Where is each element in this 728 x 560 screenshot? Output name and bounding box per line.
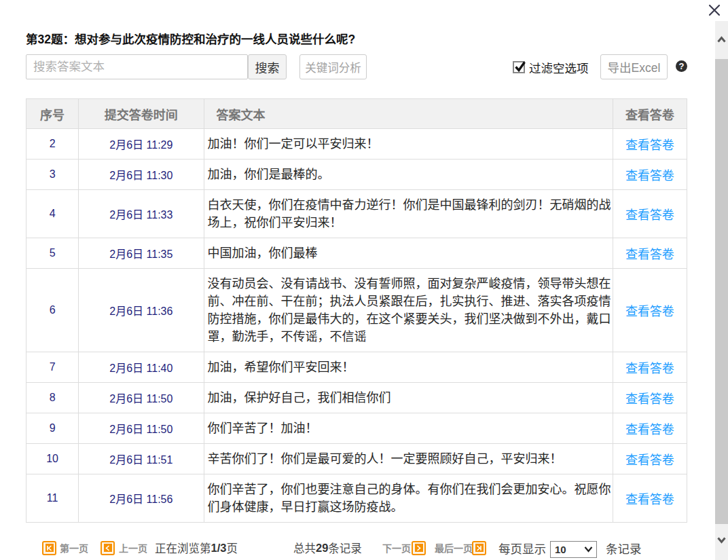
question-title: 第32题：想对参与此次疫情防控和治疗的一线人员说些什么呢? (26, 30, 355, 47)
help-icon[interactable]: ? (676, 60, 687, 72)
row-answer-text: 加油，保护好自己，我们相信你们 (204, 383, 613, 413)
per-page-suffix: 条记录 (606, 538, 642, 558)
table-row: 7 2月6日 11:40 加油，希望你们平安回来！ 查看答卷 (26, 352, 687, 383)
toolbar: 搜索 关键词分析 过滤空选项 导出Excel ? (26, 54, 687, 79)
next-page-icon[interactable] (412, 538, 426, 558)
row-submit-time: 2月6日 11:30 (79, 160, 204, 190)
table-row: 11 2月6日 11:56 你们辛苦了，你们也要注意自己的身体。有你们在我们会更… (26, 474, 687, 523)
row-answer-text: 加油，你们是最棒的。 (204, 160, 613, 190)
row-submit-time: 2月6日 11:29 (79, 129, 204, 160)
table-row: 8 2月6日 11:50 加油，保护好自己，我们相信你们 查看答卷 (26, 383, 687, 413)
view-answer-link[interactable]: 查看答卷 (625, 362, 674, 375)
per-page-label: 每页显示 (498, 538, 546, 558)
table-row: 5 2月6日 11:35 中国加油，你们最棒 查看答卷 (26, 238, 687, 269)
prev-page-icon[interactable] (101, 538, 115, 558)
view-answer-link[interactable]: 查看答卷 (625, 453, 674, 467)
row-submit-time: 2月6日 11:36 (79, 269, 204, 352)
pagination-bar: 第一页 上一页 正在浏览第1/3页 总共29条记录 下一页 最后一页 每页显示 … (0, 538, 728, 558)
row-answer-text: 你们辛苦了，你们也要注意自己的身体。有你们在我们会更加安心。祝愿你们身体健康，早… (204, 474, 613, 523)
total-records: 总共29条记录 (293, 538, 362, 558)
filter-empty-label: 过滤空选项 (529, 59, 589, 76)
scrollbar-down-icon[interactable] (715, 535, 728, 544)
row-number: 8 (26, 383, 79, 413)
vertical-scrollbar[interactable] (715, 21, 728, 560)
view-answer-link[interactable]: 查看答卷 (625, 305, 674, 318)
row-number: 6 (26, 269, 79, 352)
view-answer-link[interactable]: 查看答卷 (625, 392, 674, 406)
row-number: 4 (26, 190, 79, 238)
row-number: 10 (26, 444, 79, 474)
table-row: 10 2月6日 11:51 辛苦你们了！你们是最可爱的人！一定要照顾好自己，平安… (26, 444, 687, 474)
row-answer-text: 加油，希望你们平安回来！ (204, 352, 613, 383)
close-icon[interactable] (708, 3, 721, 17)
row-number: 3 (26, 160, 79, 190)
table-row: 2 2月6日 11:29 加油！你们一定可以平安归来！ 查看答卷 (26, 129, 687, 160)
row-submit-time: 2月6日 11:51 (79, 444, 204, 474)
keyword-analysis-button[interactable]: 关键词分析 (299, 54, 367, 79)
row-number: 2 (26, 129, 79, 160)
checkbox-checked-icon[interactable] (513, 61, 525, 73)
row-answer-text: 加油！你们一定可以平安归来！ (204, 129, 613, 160)
first-page-button[interactable]: 第一页 (60, 538, 88, 558)
row-number: 5 (26, 238, 79, 269)
row-submit-time: 2月6日 11:56 (79, 474, 204, 523)
row-answer-text: 你们辛苦了！加油！ (204, 413, 613, 444)
search-button[interactable]: 搜索 (248, 54, 287, 79)
view-answer-link[interactable]: 查看答卷 (625, 493, 674, 506)
answers-modal: 第32题：想对参与此次疫情防控和治疗的一线人员说些什么呢? 搜索 关键词分析 过… (0, 0, 728, 560)
row-submit-time: 2月6日 11:35 (79, 238, 204, 269)
column-header-answer: 答案文本 (204, 99, 613, 129)
row-answer-text: 辛苦你们了！你们是最可爱的人！一定要照顾好自己，平安归来！ (204, 444, 613, 474)
table-row: 4 2月6日 11:33 白衣天使，你们在疫情中奋力逆行！你们是中国最锋利的剑刃… (26, 190, 687, 238)
column-header-view: 查看答卷 (613, 99, 687, 129)
column-header-no: 序号 (26, 99, 79, 129)
row-submit-time: 2月6日 11:50 (79, 413, 204, 444)
view-answer-link[interactable]: 查看答卷 (625, 169, 674, 183)
column-header-time: 提交答卷时间 (79, 99, 204, 129)
row-answer-text: 没有动员会、没有请战书、没有誓师照，面对复杂严峻疫情，领导带头想在前、冲在前、干… (204, 269, 613, 352)
answers-table: 序号 提交答卷时间 答案文本 查看答卷 2 2月6日 11:29 加油！你们一定… (26, 98, 687, 523)
browsing-status: 正在浏览第1/3页 (155, 538, 238, 558)
last-page-icon[interactable] (472, 538, 486, 558)
next-page-button[interactable]: 下一页 (382, 538, 411, 558)
last-page-button[interactable]: 最后一页 (435, 538, 473, 558)
row-submit-time: 2月6日 11:33 (79, 190, 204, 238)
select-chevron-icon (584, 546, 593, 553)
row-submit-time: 2月6日 11:40 (79, 352, 204, 383)
page-size-select[interactable]: 10 (550, 541, 597, 558)
view-answer-link[interactable]: 查看答卷 (625, 208, 674, 222)
scrollbar-thumb[interactable] (715, 59, 728, 524)
table-row: 6 2月6日 11:36 没有动员会、没有请战书、没有誓师照，面对复杂严峻疫情，… (26, 269, 687, 352)
table-row: 3 2月6日 11:30 加油，你们是最棒的。 查看答卷 (26, 160, 687, 190)
prev-page-button[interactable]: 上一页 (119, 538, 147, 558)
row-answer-text: 中国加油，你们最棒 (204, 238, 613, 269)
export-excel-button[interactable]: 导出Excel (600, 54, 668, 79)
table-header-row: 序号 提交答卷时间 答案文本 查看答卷 (26, 99, 687, 129)
row-number: 7 (26, 352, 79, 383)
view-answer-link[interactable]: 查看答卷 (625, 248, 674, 261)
view-answer-link[interactable]: 查看答卷 (625, 423, 674, 436)
filter-empty-toggle[interactable]: 过滤空选项 (513, 59, 589, 75)
row-answer-text: 白衣天使，你们在疫情中奋力逆行！你们是中国最锋利的剑刃！无硝烟的战场上，祝你们平… (204, 190, 613, 238)
view-answer-link[interactable]: 查看答卷 (625, 138, 674, 152)
search-input[interactable] (26, 54, 248, 79)
scrollbar-up-icon[interactable] (715, 35, 728, 44)
first-page-icon[interactable] (42, 538, 56, 558)
table-row: 9 2月6日 11:50 你们辛苦了！加油！ 查看答卷 (26, 413, 687, 444)
row-number: 9 (26, 413, 79, 444)
row-number: 11 (26, 474, 79, 523)
row-submit-time: 2月6日 11:50 (79, 383, 204, 413)
